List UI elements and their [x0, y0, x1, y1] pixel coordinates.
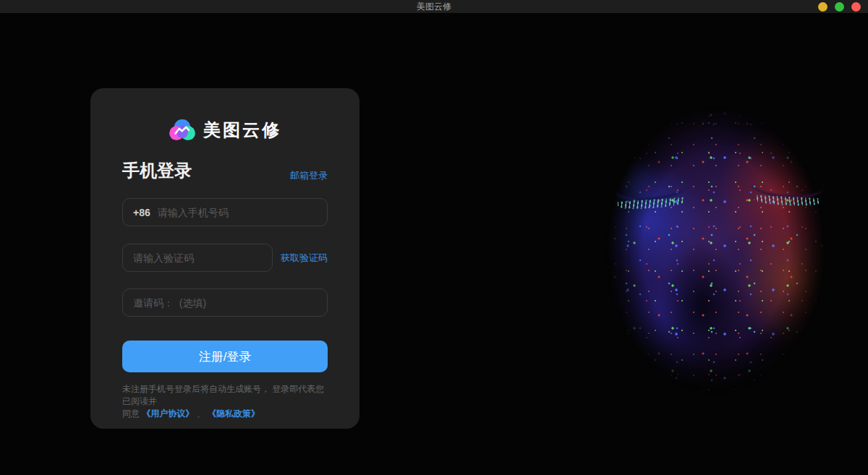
- window-controls: [818, 0, 861, 13]
- code-input[interactable]: [133, 252, 262, 264]
- disclaimer-line1: 未注册手机号登录后将自动生成账号， 登录即代表您已阅读并: [122, 384, 324, 406]
- phone-field[interactable]: +86: [122, 198, 328, 226]
- phone-input[interactable]: [158, 207, 317, 218]
- app-logo-cloud-icon: [169, 119, 196, 142]
- brand-row: 美图云修: [122, 119, 328, 142]
- user-agreement-link[interactable]: 《用户协议》: [142, 408, 194, 419]
- verification-row: 获取验证码: [122, 244, 328, 272]
- disclaimer-line2-prefix: 同意: [122, 408, 142, 419]
- invite-field[interactable]: [122, 288, 328, 317]
- uv-paint-speckles: [550, 20, 868, 440]
- main-area: 美图云修 手机登录 邮箱登录 +86 获取验证码 注册/登录 未注册手机号登录后…: [0, 13, 868, 475]
- register-login-button[interactable]: 注册/登录: [122, 341, 328, 372]
- privacy-policy-link[interactable]: 《隐私政策》: [208, 408, 260, 419]
- login-card: 美图云修 手机登录 邮箱登录 +86 获取验证码 注册/登录 未注册手机号登录后…: [90, 88, 359, 429]
- invite-input[interactable]: [133, 297, 317, 309]
- email-login-link[interactable]: 邮箱登录: [290, 169, 328, 182]
- disclaimer-text: 未注册手机号登录后将自动生成账号， 登录即代表您已阅读并 同意 《用户协议》 、…: [122, 383, 328, 420]
- hero-image: [550, 20, 868, 440]
- brand-name: 美图云修: [203, 119, 281, 142]
- code-field[interactable]: [122, 244, 273, 272]
- get-code-link[interactable]: 获取验证码: [281, 252, 328, 265]
- minimize-button[interactable]: [818, 2, 827, 12]
- window-titlebar: 美图云修: [0, 0, 868, 13]
- login-mode-row: 手机登录 邮箱登录: [122, 159, 328, 182]
- disclaimer-separator: 、: [194, 408, 208, 419]
- close-button[interactable]: [851, 2, 861, 12]
- country-code-selector[interactable]: +86: [133, 207, 150, 218]
- page-title: 手机登录: [122, 159, 192, 182]
- maximize-button[interactable]: [835, 2, 844, 12]
- window-title: 美图云修: [417, 0, 451, 13]
